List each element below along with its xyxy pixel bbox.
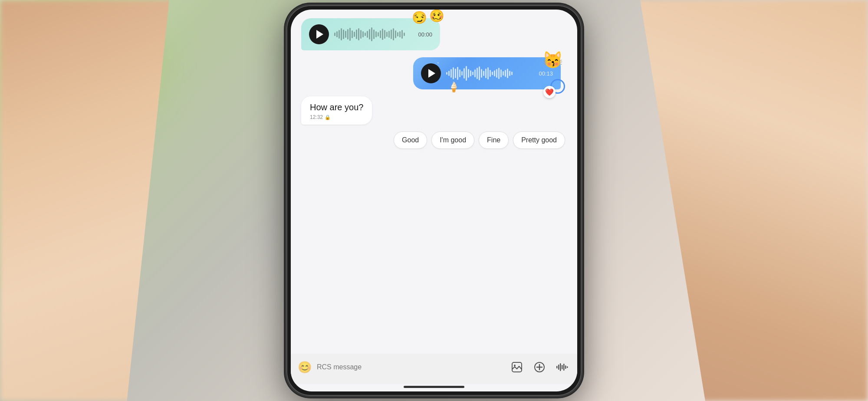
svg-rect-6 (558, 365, 559, 370)
voice-msg-received: 😏 🥴 (301, 18, 440, 50)
add-button[interactable] (531, 359, 548, 375)
smart-reply-im-good[interactable]: I'm good (431, 131, 474, 149)
input-bar: 😊 (291, 354, 577, 384)
text-bubble: How are you? 12:32 🔒 (301, 96, 372, 125)
svg-rect-11 (567, 366, 568, 368)
gallery-button[interactable] (509, 359, 525, 375)
play-button-sent[interactable] (421, 63, 441, 83)
smart-reply-fine[interactable]: Fine (479, 131, 509, 149)
svg-rect-5 (556, 366, 558, 368)
voice-record-button[interactable] (554, 359, 570, 375)
play-button-received[interactable] (309, 24, 329, 44)
svg-rect-7 (560, 363, 561, 371)
voice-icon (556, 362, 568, 373)
home-bar (404, 386, 464, 388)
text-bubble-time: 12:32 🔒 (310, 114, 363, 120)
voice-msg-received-row: 😏 🥴 (301, 18, 567, 50)
dot-decoration: • (437, 61, 439, 65)
heart-reaction[interactable]: ❤️ (543, 86, 556, 98)
message-input[interactable] (317, 363, 503, 371)
input-actions (509, 359, 570, 375)
play-triangle-icon (316, 30, 323, 39)
play-triangle-sent-icon (428, 69, 435, 78)
smart-reply-good[interactable]: Good (394, 131, 427, 149)
smart-reply-pretty-good[interactable]: Pretty good (513, 131, 565, 149)
emoji-button[interactable]: 😊 (298, 361, 312, 374)
chat-content: 😏 🥴 (291, 10, 577, 354)
voice-msg-sent-row: 😽 • 🍦 (301, 57, 565, 89)
phone-screen: 😏 🥴 (291, 10, 577, 391)
text-bubble-text: How are you? (310, 102, 363, 112)
voice-msg-sent: 😽 • 🍦 (413, 57, 561, 89)
svg-rect-10 (565, 365, 566, 369)
emoji-icecream: 🍦 (448, 82, 460, 93)
lock-icon: 🔒 (325, 115, 331, 120)
image-icon (511, 362, 523, 373)
emoji-smirk: 😏 (412, 10, 427, 25)
waveform-sent (446, 66, 533, 81)
phone: 😏 🥴 (286, 5, 582, 396)
waveform-received (334, 26, 413, 42)
text-msg-row: How are you? 12:32 🔒 (301, 96, 567, 125)
svg-rect-9 (563, 364, 565, 371)
add-icon (534, 362, 545, 373)
smart-replies: Good I'm good Fine Pretty good (301, 131, 567, 149)
emoji-cat-kiss: 😽 (542, 50, 563, 69)
voice-time-sent: 00:13 (539, 70, 553, 77)
phone-wrapper: 😏 🥴 (286, 5, 582, 396)
svg-rect-8 (562, 365, 563, 369)
emoji-woozy: 🥴 (429, 10, 444, 23)
voice-time-received: 00:00 (418, 31, 432, 38)
svg-point-1 (514, 365, 516, 366)
